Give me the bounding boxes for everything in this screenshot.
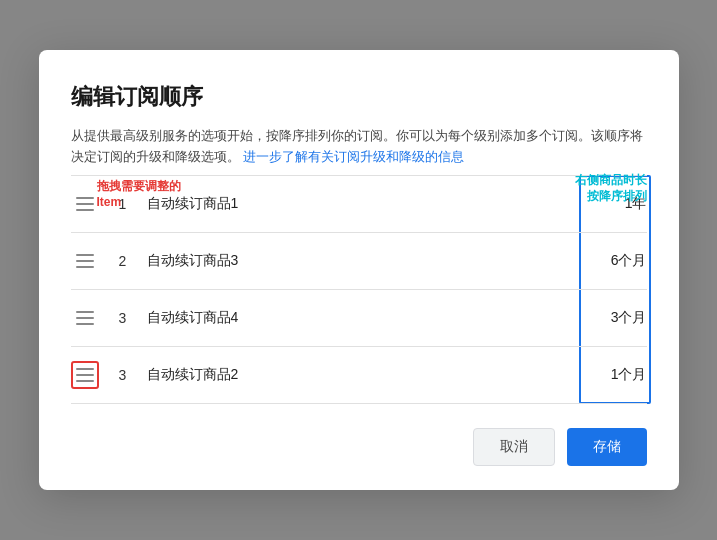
item-name: 自动续订商品2 [147,366,587,384]
hamburger-icon [76,197,94,211]
modal: 编辑订阅顺序 从提供最高级别服务的选项开始，按降序排列你的订阅。你可以为每个级别… [39,50,679,491]
save-button[interactable]: 存储 [567,428,647,466]
hamburger-icon [76,254,94,268]
item-name: 自动续订商品4 [147,309,587,327]
item-rank: 3 [113,367,133,383]
item-duration: 6个月 [587,252,647,270]
drag-handle[interactable] [71,190,99,218]
drag-handle[interactable] [71,247,99,275]
item-duration: 1年 [587,195,647,213]
items-list: 1 自动续订商品1 1年 2 自动续订商品3 6个月 [71,175,647,404]
modal-description: 从提供最高级别服务的选项开始，按降序排列你的订阅。你可以为每个级别添加多个订阅。… [71,126,647,168]
drag-handle[interactable] [71,304,99,332]
list-item: 1 自动续订商品1 1年 [71,175,647,232]
annotation-container: 拖拽需要调整的Item 右侧商品时长按降序排列 1 自动续订商品1 1年 [71,175,647,404]
list-item: 3 自动续订商品2 1个月 [71,346,647,404]
item-rank: 2 [113,253,133,269]
item-duration: 3个月 [587,309,647,327]
cancel-button[interactable]: 取消 [473,428,555,466]
drag-handle-highlighted[interactable] [71,361,99,389]
list-item: 2 自动续订商品3 6个月 [71,232,647,289]
modal-title: 编辑订阅顺序 [71,82,647,112]
modal-overlay: 编辑订阅顺序 从提供最高级别服务的选项开始，按降序排列你的订阅。你可以为每个级别… [0,0,717,540]
item-name: 自动续订商品1 [147,195,587,213]
item-duration: 1个月 [587,366,647,384]
list-item: 3 自动续订商品4 3个月 [71,289,647,346]
hamburger-icon [76,311,94,325]
item-rank: 1 [113,196,133,212]
learn-more-link[interactable]: 进一步了解有关订阅升级和降级的信息 [243,149,464,164]
item-rank: 3 [113,310,133,326]
modal-footer: 取消 存储 [71,428,647,466]
item-name: 自动续订商品3 [147,252,587,270]
hamburger-icon [76,368,94,382]
